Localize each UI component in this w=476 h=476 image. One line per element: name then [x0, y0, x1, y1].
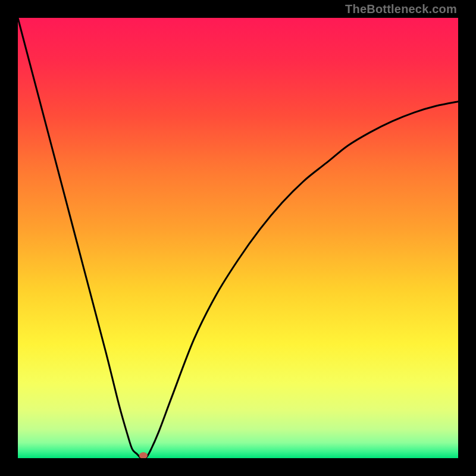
plot-area [18, 18, 458, 458]
chart-frame: TheBottleneck.com [0, 0, 476, 476]
bottleneck-curve [18, 18, 458, 458]
minimum-marker [139, 452, 148, 458]
curve-layer [18, 18, 458, 458]
watermark-text: TheBottleneck.com [345, 2, 457, 16]
